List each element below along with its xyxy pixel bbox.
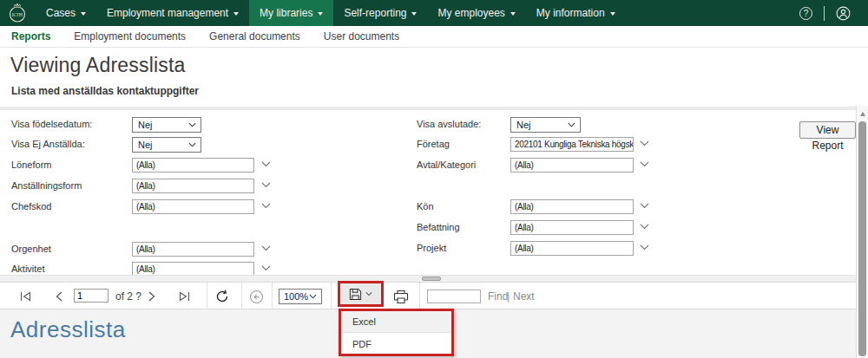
nav-item-label: Employment management (107, 7, 228, 19)
combo-value: (Alla) (136, 244, 155, 254)
nav-item-cases[interactable]: Cases (36, 0, 96, 26)
chevron-down-icon[interactable] (640, 140, 649, 146)
field-label-chefskod: Chefskod (11, 201, 51, 212)
avtal-kategori-input[interactable]: (Alla) (510, 158, 634, 172)
svg-text:KTH: KTH (12, 12, 23, 17)
chefskod-input[interactable]: (Alla) (132, 199, 254, 214)
chevron-down-icon (81, 12, 86, 16)
view-report-button[interactable]: View Report (799, 121, 856, 139)
nav-item-label: Self-reporting (344, 7, 406, 19)
current-page-input[interactable] (74, 289, 108, 303)
tab-reports[interactable]: Reports (11, 30, 50, 42)
field-label-orgenhet: Orgenhet (11, 244, 51, 254)
visa-ej-anstallda-select[interactable]: Nej (132, 137, 201, 153)
chevron-down-icon (610, 12, 615, 16)
zoom-value: 100% (284, 291, 308, 302)
combo-value: (Alla) (515, 223, 534, 232)
field-label-foretag: Företag (417, 139, 450, 149)
chevron-down-icon[interactable] (261, 203, 271, 209)
nav-item-my-employees[interactable]: My employees (427, 0, 525, 26)
chevron-down-icon[interactable] (261, 182, 271, 188)
back-to-parent-icon[interactable] (249, 290, 264, 304)
chevron-down-icon[interactable] (261, 161, 271, 167)
select-value: Nej (138, 120, 153, 130)
save-floppy-icon (349, 288, 362, 301)
main-menu: Cases Employment management My libraries… (36, 0, 626, 26)
field-label-projekt: Projekt (417, 243, 446, 253)
top-nav-right: ? (799, 6, 851, 21)
nav-item-my-libraries[interactable]: My libraries (249, 0, 333, 26)
chevron-down-icon[interactable] (640, 203, 649, 209)
export-format-menu: Excel PDF (339, 309, 454, 356)
report-parameters-panel: Visa födelsedatum: Nej Visa Ej Anställda… (0, 110, 856, 275)
field-label-visa-ej-anstallda: Visa Ej Anställda: (11, 139, 85, 149)
field-label-befattning: Befattning (417, 222, 460, 232)
find-next-button[interactable]: Next (513, 291, 535, 302)
chevron-down-icon[interactable] (261, 265, 271, 271)
nav-item-employment-management[interactable]: Employment management (96, 0, 249, 26)
orgenhet-input[interactable]: (Alla) (132, 242, 254, 257)
combo-value: (Alla) (136, 181, 155, 191)
toolbar-separator (272, 283, 273, 309)
toolbar-separator (331, 283, 332, 309)
chevron-down-icon[interactable] (261, 245, 271, 251)
toolbar-separator (419, 283, 420, 309)
top-nav-bar: KTH Cases Employment management My libra… (0, 0, 868, 26)
visa-fodelsedatum-select[interactable]: Nej (132, 117, 201, 133)
export-option-excel[interactable]: Excel (341, 311, 451, 333)
find-button[interactable]: Find (488, 291, 508, 302)
select-value: Nej (516, 120, 531, 130)
next-page-button[interactable] (148, 291, 155, 302)
app-screen: KTH Cases Employment management My libra… (0, 0, 868, 358)
vertical-scrollbar[interactable] (856, 106, 868, 358)
find-next-separator: | (507, 291, 510, 302)
foretag-input[interactable]: 202101 Kungliga Tekniska högskola (510, 137, 634, 152)
find-text-input[interactable] (427, 290, 481, 303)
vertical-scrollbar-thumb[interactable] (858, 121, 866, 356)
refresh-icon[interactable] (215, 290, 229, 303)
chevron-down-icon[interactable] (640, 224, 649, 230)
nav-item-my-information[interactable]: My information (526, 0, 626, 26)
export-save-button[interactable] (338, 281, 384, 307)
anstallningsform-input[interactable]: (Alla) (132, 179, 254, 193)
combo-value: 202101 Kungliga Tekniska högskola (515, 140, 634, 149)
combo-value: (Alla) (515, 160, 534, 170)
chevron-down-icon (318, 12, 323, 16)
chevron-down-icon (365, 291, 372, 296)
chevron-down-icon (188, 122, 196, 127)
visa-avslutade-select[interactable]: Nej (510, 117, 581, 133)
sub-nav-bar: Reports Employment documents General doc… (0, 26, 868, 48)
befattning-input[interactable]: (Alla) (510, 220, 634, 235)
previous-page-button[interactable] (56, 291, 62, 302)
divider (824, 6, 825, 21)
chevron-down-icon (233, 12, 239, 16)
help-icon[interactable]: ? (799, 7, 812, 20)
field-label-avtal-kategori: Avtal/Kategori (417, 159, 476, 170)
print-icon[interactable] (393, 290, 409, 304)
loneform-input[interactable]: (Alla) (132, 158, 254, 172)
kon-input[interactable]: (Alla) (510, 199, 634, 214)
tab-user-documents[interactable]: User documents (324, 30, 399, 42)
horizontal-scrollbar-thumb[interactable] (422, 277, 441, 281)
projekt-input[interactable]: (Alla) (510, 241, 634, 256)
nav-item-label: My libraries (260, 7, 312, 19)
chevron-down-icon[interactable] (640, 161, 649, 167)
tab-general-documents[interactable]: General documents (209, 30, 300, 42)
nav-item-label: My employees (437, 7, 504, 19)
report-title: Adresslista (10, 316, 126, 343)
profile-icon[interactable] (836, 6, 851, 21)
tab-employment-documents[interactable]: Employment documents (74, 30, 186, 42)
export-option-pdf[interactable]: PDF (341, 333, 451, 355)
chevron-down-icon (510, 12, 516, 16)
scroll-up-arrow-icon[interactable] (860, 112, 865, 116)
first-page-button[interactable] (20, 291, 31, 302)
last-page-button[interactable] (179, 291, 190, 302)
zoom-select[interactable]: 100% (279, 289, 322, 304)
chevron-down-icon[interactable] (640, 244, 649, 251)
report-description: Lista med anställdas kontaktuppgifter (11, 85, 199, 97)
horizontal-scrollbar[interactable] (0, 275, 856, 282)
field-label-visa-fodelsedatum: Visa födelsedatum: (11, 119, 92, 129)
chevron-down-icon (568, 122, 575, 127)
nav-item-self-reporting[interactable]: Self-reporting (333, 0, 427, 26)
nav-item-label: Cases (46, 7, 76, 19)
